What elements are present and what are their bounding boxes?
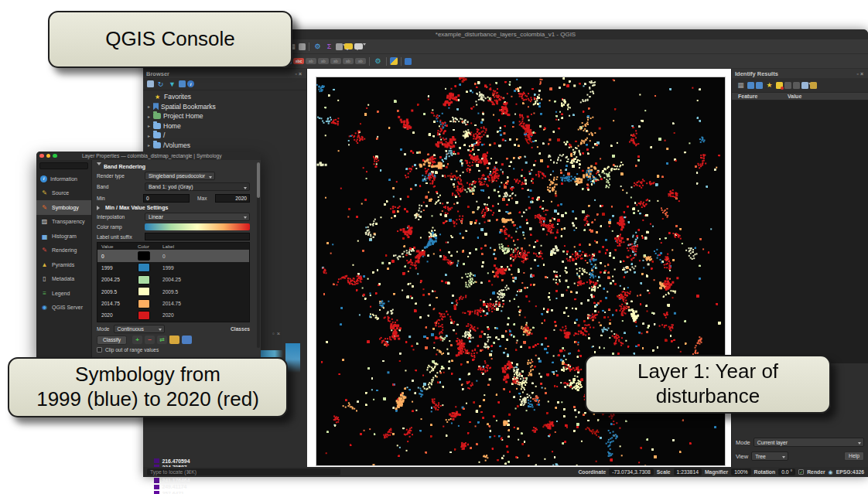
- crs-value[interactable]: EPSG:4326: [836, 469, 864, 475]
- field-calculator-icon[interactable]: [299, 43, 306, 50]
- locate-search-input[interactable]: Type to locate (⌘K): [147, 468, 340, 475]
- tab-metadata[interactable]: ▯ Metadata: [36, 272, 91, 287]
- expand-caret-icon[interactable]: ▸: [148, 123, 153, 128]
- tab-legend[interactable]: ≡ Legend: [36, 286, 91, 301]
- tab-qgis-server[interactable]: ◉ QGIS Server: [36, 301, 91, 315]
- render-checkbox[interactable]: ✓: [798, 469, 804, 475]
- dialog-search-input[interactable]: [39, 162, 88, 169]
- remove-class-icon[interactable]: −: [145, 336, 155, 344]
- expand-tree-icon[interactable]: [747, 82, 754, 89]
- tab-rendering[interactable]: ✎ Rendering: [36, 244, 91, 258]
- statistics-summary-icon[interactable]: Σ: [324, 42, 334, 52]
- map-tips-icon[interactable]: [344, 43, 353, 49]
- clear-results-icon[interactable]: [776, 82, 783, 89]
- label-unit-suffix-input[interactable]: [145, 233, 250, 240]
- expand-caret-icon[interactable]: ▸: [148, 114, 153, 119]
- legend-value-241[interactable]: 241.176464: [154, 477, 270, 483]
- browser-item-spatial-bookmarks[interactable]: ▸ Spatial Bookmarks: [148, 102, 306, 112]
- legend-value-249[interactable]: 249.41174: [154, 484, 270, 490]
- close-window-icon[interactable]: [39, 154, 44, 158]
- color-row-1999[interactable]: 1999 1999: [97, 262, 249, 274]
- tab-symbology[interactable]: ✎ Symbology: [36, 200, 91, 215]
- value-column-header[interactable]: Value: [788, 94, 801, 99]
- tab-histogram[interactable]: ▅ Histogram: [36, 229, 91, 244]
- dialog-scrollbar[interactable]: [257, 162, 260, 348]
- feature-column-header[interactable]: Feature: [732, 94, 788, 99]
- label-options-icon-3[interactable]: ab: [330, 58, 341, 64]
- maximize-window-icon[interactable]: [53, 154, 57, 158]
- clip-checkbox[interactable]: [97, 347, 102, 353]
- view-select[interactable]: Tree: [751, 451, 788, 461]
- invert-ramp-icon[interactable]: ⇄: [157, 336, 167, 344]
- color-row-2014[interactable]: 2014.75 2014.75: [97, 298, 249, 309]
- browser-item-volumes[interactable]: ▸ /Volumes: [148, 141, 306, 151]
- new-text-annotation-icon[interactable]: [354, 43, 363, 49]
- identify-mode-icon[interactable]: [801, 82, 808, 89]
- identify-form-view-icon[interactable]: ▦: [736, 80, 746, 90]
- minimize-window-icon[interactable]: [46, 154, 51, 158]
- python-console-icon[interactable]: [390, 57, 398, 65]
- collapse-all-icon[interactable]: [179, 80, 186, 87]
- scale-value[interactable]: 1:233814: [674, 468, 702, 475]
- color-row-2020[interactable]: 2020 2020: [97, 309, 249, 321]
- magnifier-value[interactable]: 100%: [731, 468, 750, 475]
- browser-item-home[interactable]: ▸ Home: [148, 121, 306, 131]
- color-ramp-bar[interactable]: [145, 223, 250, 230]
- copy-feature-icon[interactable]: [784, 82, 791, 89]
- legend-value-257[interactable]: 257.6471: [154, 490, 270, 494]
- coordinate-value[interactable]: -73.0734,3.7308: [609, 468, 654, 475]
- legend-value-216[interactable]: 216.470594: [154, 458, 270, 464]
- band-rendering-section[interactable]: Band Rendering: [97, 162, 145, 169]
- dialog-titlebar[interactable]: Layer Properties — colombia_distmap_rect…: [36, 152, 261, 160]
- expand-caret-icon[interactable]: ▸: [148, 133, 153, 138]
- mode-select[interactable]: Current layer: [754, 438, 864, 447]
- expand-new-results-icon[interactable]: ★: [764, 80, 774, 90]
- rotation-value[interactable]: 0.0 °: [778, 468, 795, 475]
- color-column-header[interactable]: Color: [138, 244, 162, 249]
- mode-select[interactable]: Continuous: [114, 325, 165, 333]
- row-color-swatch[interactable]: [138, 275, 150, 284]
- row-color-swatch[interactable]: [138, 299, 150, 308]
- options-gear-icon[interactable]: ⚙: [313, 42, 323, 52]
- add-selected-layer-icon[interactable]: [147, 80, 154, 87]
- color-row-2004[interactable]: 2004.25 2004.25: [97, 274, 249, 285]
- help-button[interactable]: Help: [844, 451, 864, 461]
- close-panel-icon[interactable]: ×: [299, 71, 303, 77]
- label-options-icon-2[interactable]: ab: [318, 58, 329, 64]
- interpolation-select[interactable]: Linear: [145, 213, 250, 221]
- save-color-map-icon[interactable]: [182, 336, 192, 344]
- tab-information[interactable]: i Information: [36, 172, 91, 186]
- band-select[interactable]: Band 1: yod (Gray): [145, 182, 250, 191]
- color-row-0[interactable]: 0 0: [97, 250, 249, 261]
- label-column-header[interactable]: Label: [162, 244, 174, 249]
- help-icon[interactable]: [405, 58, 412, 65]
- render-type-select[interactable]: Singleband pseudocolor: [145, 172, 215, 180]
- tab-transparency[interactable]: ▨ Transparency: [36, 215, 91, 230]
- label-options-icon-4[interactable]: ab: [343, 58, 354, 64]
- classify-button[interactable]: Classify: [97, 336, 127, 345]
- processing-toolbox-icon[interactable]: ⚙: [373, 56, 383, 66]
- browser-item-favorites[interactable]: ★ Favorites: [148, 92, 306, 102]
- row-color-swatch[interactable]: [138, 251, 150, 261]
- collapse-tree-icon[interactable]: [756, 82, 763, 89]
- row-color-swatch[interactable]: [138, 263, 150, 272]
- close-panel-icon[interactable]: ×: [860, 71, 865, 77]
- browser-item-root[interactable]: ▸ /: [148, 131, 306, 141]
- load-color-map-icon[interactable]: [169, 336, 179, 344]
- row-color-swatch[interactable]: [138, 311, 150, 320]
- diagram-options-icon[interactable]: abc: [293, 58, 304, 64]
- color-row-2009[interactable]: 2009.5 2009.5: [97, 285, 249, 297]
- minmax-settings-section[interactable]: Min / Max Value Settings: [97, 205, 168, 210]
- properties-widget-icon[interactable]: i: [187, 80, 194, 87]
- row-color-swatch[interactable]: [138, 287, 150, 296]
- tab-pyramids[interactable]: ▲ Pyramids: [36, 257, 91, 272]
- label-options-icon-1[interactable]: ab: [306, 58, 316, 64]
- min-input[interactable]: 0: [143, 194, 190, 203]
- label-options-icon-5[interactable]: ab: [355, 58, 366, 64]
- max-input[interactable]: 2020: [215, 194, 250, 203]
- expand-caret-icon[interactable]: ▸: [148, 104, 153, 109]
- add-class-icon[interactable]: +: [132, 336, 142, 344]
- identify-settings-icon[interactable]: [810, 82, 817, 89]
- measure-icon[interactable]: [336, 43, 343, 50]
- expand-caret-icon[interactable]: ▸: [148, 142, 153, 148]
